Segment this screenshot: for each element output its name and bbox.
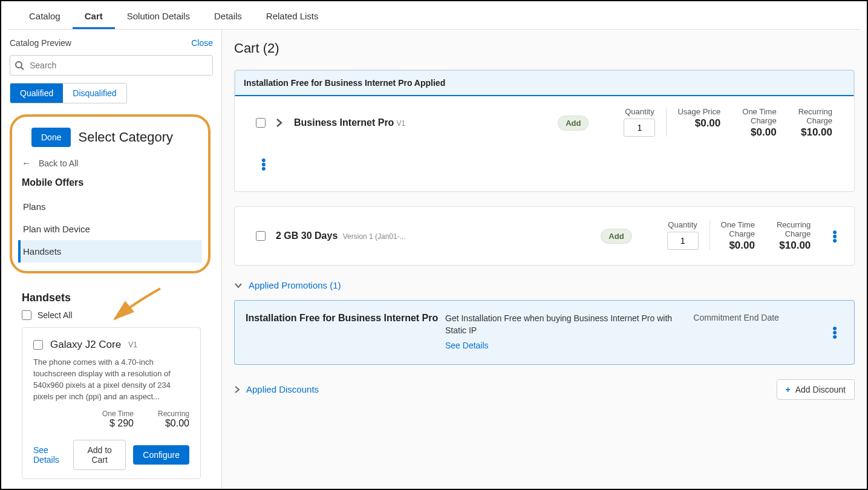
promo-see-details[interactable]: See Details xyxy=(445,340,693,352)
chevron-down-icon xyxy=(234,283,243,289)
otc-label: One Time xyxy=(742,107,776,116)
rec-label: Recurring xyxy=(777,220,811,229)
otc-label2: Charge xyxy=(742,116,776,125)
catalog-sidebar: Catalog Preview Close Qualified Disquali… xyxy=(1,30,222,488)
cart-item-name: Business Internet ProV1 xyxy=(294,117,558,128)
tab-details[interactable]: Details xyxy=(202,5,254,29)
plus-icon: + xyxy=(786,385,791,394)
cart-item-1: Installation Free for Business Internet … xyxy=(234,70,855,192)
add-discount-label: Add Discount xyxy=(795,385,846,394)
category-plan-with-device[interactable]: Plan with Device xyxy=(18,218,202,240)
otc-value: $0.00 xyxy=(721,240,755,252)
usage-value: $0.00 xyxy=(677,117,720,129)
category-plans[interactable]: Plans xyxy=(18,195,202,218)
select-all-checkbox[interactable] xyxy=(22,310,31,320)
rec-value: $10.00 xyxy=(777,240,811,252)
rec-label2: Charge xyxy=(777,229,811,238)
tab-solution-details[interactable]: Solution Details xyxy=(115,5,202,29)
cart-item-name: 2 GB 30 Days Version 1 (Jan01-... xyxy=(276,230,601,241)
handsets-title: Handsets xyxy=(10,292,213,304)
product-name: Galaxy J2 Core xyxy=(50,339,121,351)
search-input[interactable] xyxy=(10,55,213,76)
recurring-label: Recurring xyxy=(158,410,189,418)
filter-disqualified[interactable]: Disqualified xyxy=(63,83,126,103)
svg-point-0 xyxy=(16,62,22,68)
search-icon xyxy=(15,60,24,70)
promo-description: Get Installation Free when buying Busine… xyxy=(445,313,672,335)
search-box xyxy=(10,55,213,76)
product-checkbox[interactable] xyxy=(33,340,43,350)
rec-label2: Charge xyxy=(798,116,832,125)
otc-label2: Charge xyxy=(721,229,755,238)
add-discount-button[interactable]: + Add Discount xyxy=(777,379,855,400)
category-panel: Done Select Category ← Back to All Mobil… xyxy=(10,114,210,273)
product-version: V1 xyxy=(128,341,137,349)
commitment-label: Commitment End Date xyxy=(693,313,826,322)
top-tabs: Catalog Cart Solution Details Details Re… xyxy=(7,5,861,30)
applied-discounts-toggle[interactable]: Applied Discounts xyxy=(234,384,319,394)
cart-content: Cart (2) Installation Free for Business … xyxy=(222,30,867,488)
onetime-value: $ 290 xyxy=(102,418,134,429)
add-badge: Add xyxy=(558,116,589,131)
kebab-menu-icon[interactable]: ••• xyxy=(826,326,843,339)
onetime-label: One Time xyxy=(102,410,134,418)
otc-label: One Time xyxy=(721,220,755,229)
category-title: Select Category xyxy=(78,129,173,145)
back-to-all[interactable]: ← Back to All xyxy=(18,158,202,169)
applied-promotions-toggle[interactable]: Applied Promotions (1) xyxy=(234,280,855,290)
qty-label: Quantity xyxy=(624,107,655,116)
configure-button[interactable]: Configure xyxy=(133,445,189,465)
category-handsets[interactable]: Handsets xyxy=(18,240,202,263)
back-label: Back to All xyxy=(39,158,78,168)
promo-title: Installation Free for Business Internet … xyxy=(246,313,445,324)
arrow-left-icon: ← xyxy=(22,158,31,169)
sidebar-title: Catalog Preview xyxy=(10,38,71,48)
recurring-value: $0.00 xyxy=(158,418,189,429)
promotion-detail: Installation Free for Business Internet … xyxy=(234,300,855,365)
applied-discounts-label: Applied Discounts xyxy=(246,384,319,394)
product-card: Galaxy J2 Core V1 The phone comes with a… xyxy=(22,327,201,479)
cart-item-checkbox[interactable] xyxy=(256,231,266,241)
cart-item-2: 2 GB 30 Days Version 1 (Jan01-... Add Qu… xyxy=(234,206,855,266)
select-all-row[interactable]: Select All xyxy=(10,310,213,320)
chevron-right-icon[interactable] xyxy=(276,118,294,128)
done-button[interactable]: Done xyxy=(31,128,71,147)
qty-label: Quantity xyxy=(667,220,699,229)
chevron-right-icon xyxy=(234,385,240,394)
kebab-menu-icon[interactable]: ••• xyxy=(826,230,843,243)
filter-qualified[interactable]: Qualified xyxy=(10,83,63,103)
cart-item-checkbox[interactable] xyxy=(256,118,266,128)
tab-catalog[interactable]: Catalog xyxy=(17,5,73,29)
applied-promotions-label: Applied Promotions (1) xyxy=(249,280,341,290)
add-to-cart-button[interactable]: Add to Cart xyxy=(73,440,126,470)
otc-value: $0.00 xyxy=(742,126,776,139)
tab-related-lists[interactable]: Related Lists xyxy=(254,5,331,29)
qty-input[interactable] xyxy=(667,232,699,250)
promo-banner: Installation Free for Business Internet … xyxy=(235,70,854,96)
select-all-label: Select All xyxy=(38,310,73,320)
svg-line-1 xyxy=(21,67,24,70)
tab-cart[interactable]: Cart xyxy=(73,5,115,29)
rec-label: Recurring xyxy=(798,107,832,116)
qty-input[interactable] xyxy=(624,119,655,137)
add-badge: Add xyxy=(601,229,631,244)
rec-value: $10.00 xyxy=(798,126,832,139)
category-group: Mobile Offers xyxy=(18,177,202,188)
usage-label: Usage Price xyxy=(677,107,720,116)
close-link[interactable]: Close xyxy=(191,38,213,48)
see-details-link[interactable]: See Details xyxy=(33,445,66,465)
kebab-menu-icon[interactable]: ••• xyxy=(261,144,854,181)
product-description: The phone comes with a 4.70-inch touchsc… xyxy=(33,357,189,402)
filter-tabs: Qualified Disqualified xyxy=(10,83,127,103)
cart-title: Cart (2) xyxy=(234,41,855,56)
